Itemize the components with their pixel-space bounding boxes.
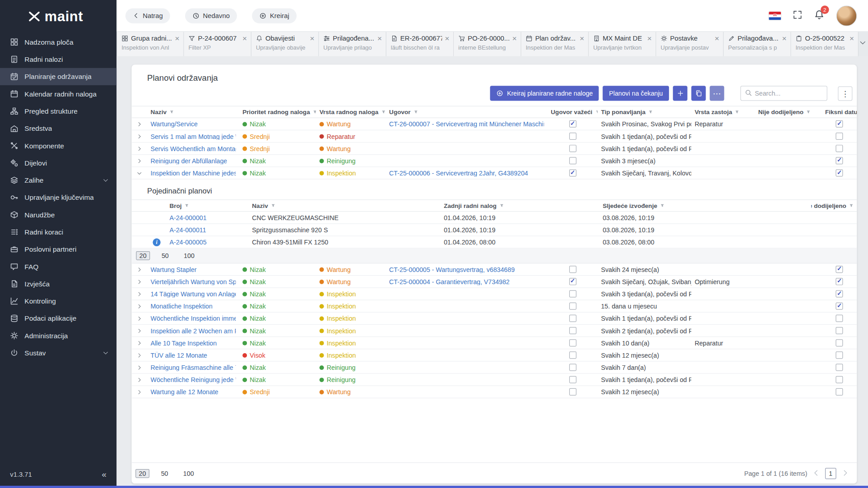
fixed-dates-checkbox[interactable] [836,290,843,297]
create-planned-work-orders-button[interactable]: Kreiraj planirane radne naloge [490,86,599,101]
expand-icon[interactable] [137,170,142,175]
table-row-viertelj-hrlich-wartung-von-span[interactable]: Vierteljährlich Wartung von Span... Niza… [131,276,857,288]
table-row-servis-w-chentlich-am-montag[interactable]: Servis Wöchentlich am Montag Srednji War… [131,143,857,155]
contract-valid-checkbox[interactable] [569,266,576,273]
contract-link[interactable]: CT-25-000004 - Garantievertrag, V734982 [389,278,510,285]
plan-name-link[interactable]: Servis Wöchentlich am Montag [150,145,236,152]
table-row-servis-1-mal-am-motnag-jede-wo[interactable]: Servis 1 mal am Motnag jede Wo... Srednj… [131,130,857,143]
fixed-dates-checkbox[interactable] [836,351,843,359]
contract-valid-checkbox[interactable] [569,145,576,152]
expand-icon[interactable] [137,146,142,151]
expand-icon[interactable] [137,279,142,284]
col-ugovor[interactable]: Ugovor [389,109,411,115]
contract-valid-checkbox[interactable] [569,157,576,164]
filter-icon[interactable] [185,203,189,208]
table-row-wartung-service[interactable]: Wartung/Service Nizak Wartung CT-26-0000… [131,118,857,130]
contract-valid-checkbox[interactable] [569,290,576,297]
sidebar-item-administracija[interactable]: Administracija [0,327,116,344]
close-icon[interactable]: × [512,35,517,42]
back-button[interactable]: Natrag [125,8,170,23]
expand-icon[interactable] [137,134,142,139]
plan-name-link[interactable]: Wartung Stapler [150,266,196,273]
fixed-dates-checkbox[interactable] [836,339,843,346]
copy-button[interactable] [692,86,706,101]
filter-icon[interactable] [313,110,316,114]
recent-button[interactable]: Nedavno [185,8,237,23]
close-icon[interactable]: × [175,35,180,42]
sidebar-item-podaci-aplikacije[interactable]: Podaci aplikacije [0,310,116,327]
contract-valid-checkbox[interactable] [569,351,576,359]
fixed-dates-checkbox[interactable] [836,364,843,371]
sidebar-item-dijelovi[interactable]: Dijelovi [0,154,116,171]
table-row-inspektion-der-maschine-jedes-q[interactable]: Inspektion der Maschine jedes Q... Nizak… [131,167,857,180]
filter-icon[interactable] [499,203,504,208]
filter-icon[interactable] [381,110,385,114]
table-row-t-v-alle-12-monate[interactable]: TÜV alle 12 Monate Visok Inspektion Svak… [131,349,857,361]
expand-icon[interactable] [137,328,142,333]
contract-link[interactable]: CT-25-000005 - Wartungsvertrag, v6834689 [389,266,515,273]
subcol-nije-dodijeljeno[interactable]: Nije dodijeljeno [811,202,846,209]
plan-name-link[interactable]: Wöchentliche Inspektion immer ... [150,315,236,322]
tab-er-26-000677[interactable]: ER-26-000677 × läuft bisschen öl ra [386,32,454,56]
close-icon[interactable]: × [310,35,314,42]
close-icon[interactable]: × [647,35,652,42]
expand-icon[interactable] [137,340,142,345]
tab-p-24-000607[interactable]: P-24-000607 × Filter XP [184,32,251,56]
plan-name-link[interactable]: Wöchentliche Reinigung jede Wo... [150,376,236,383]
plan-name-link[interactable]: Reinigung der Abfüllanlage [150,157,227,164]
plan-name-link[interactable]: TÜV alle 12 Monate [150,352,207,359]
plan-name-link[interactable]: Wartung alle 12 Monate [150,388,218,395]
sidebar-item-kalendar-radnih-naloga[interactable]: Kalendar radnih naloga [0,85,116,102]
col-nije-dodijeljeno[interactable]: Nije dodijeljeno [758,109,803,115]
table-row-alle-10-tage-inspektion[interactable]: Alle 10 Tage Inspektion Nizak Inspektion… [131,337,857,349]
close-icon[interactable]: × [715,35,719,42]
fixed-dates-checkbox[interactable] [836,157,843,164]
info-icon[interactable]: i [153,238,160,246]
close-icon[interactable]: × [242,35,247,42]
contract-valid-checkbox[interactable] [569,315,576,322]
plan-name-link[interactable]: Monatliche Inspektion [150,303,212,309]
expand-icon[interactable] [137,316,142,321]
sidebar-item-radni-nalozi[interactable]: Radni nalozi [0,51,116,68]
expand-icon[interactable] [137,158,142,163]
avatar[interactable] [836,5,857,26]
sidebar-item-radni-koraci[interactable]: Radni koraci [0,223,116,240]
tab-plan-odr-av[interactable]: Plan održav... × Inspektion der Mas [521,32,589,56]
contract-valid-checkbox[interactable] [569,120,576,128]
table-row-w-chentliche-inspektion-immer[interactable]: Wöchentliche Inspektion immer ... Nizak … [131,313,857,325]
close-icon[interactable]: × [445,35,449,42]
sidebar-item-faq[interactable]: FAQ [0,258,116,275]
plan-name-link[interactable]: Wartung/Service [150,120,197,127]
table-row-w-chentliche-reinigung-jede-wo[interactable]: Wöchentliche Reinigung jede Wo... Nizak … [131,374,857,386]
individual-plan-row-a-24-000001[interactable]: i A-24-000001 CNC WERKZEUGMASCHINE 01.04… [131,212,857,224]
search-input[interactable] [755,90,823,97]
close-icon[interactable]: × [782,35,787,42]
subcol-zadnji[interactable]: Zadnji radni nalog [444,202,497,209]
fixed-dates-checkbox[interactable] [836,376,843,383]
expand-icon[interactable] [137,121,142,127]
plan-number-link[interactable]: A-24-000001 [169,214,206,221]
plan-number-link[interactable]: A-24-000011 [169,226,206,233]
sidebar-item-zalihe[interactable]: Zalihe [0,171,116,189]
column-menu-button[interactable]: ⋮ [838,86,852,101]
col-vrsta[interactable]: Vrsta radnog naloga [320,109,379,115]
table-row-reinigung-fr-smaschine-alle-7-t[interactable]: Reinigung Fräsmaschine alle 7 T... Nizak… [131,362,857,374]
fixed-dates-checkbox[interactable] [836,388,843,396]
contract-valid-checkbox[interactable] [569,278,576,285]
sidebar-item-nadzorna-plo-a[interactable]: Nadzorna ploča [0,33,116,51]
col-vrsta-zastoja[interactable]: Vrsta zastoja [695,109,732,115]
contract-valid-checkbox[interactable] [569,303,576,310]
close-icon[interactable]: × [377,35,382,42]
sidebar-item-upravljanje-klju-evima[interactable]: Upravljanje ključevima [0,189,116,206]
tab-grupa-radni[interactable]: Grupa radni... × Inspektion von Anl [116,32,184,56]
current-page-button[interactable]: 1 [825,468,836,479]
fixed-dates-checkbox[interactable] [836,266,843,273]
page-size-option-20[interactable]: 20 [135,469,149,478]
expand-icon[interactable] [137,377,142,382]
page-size-option-50[interactable]: 50 [158,469,172,478]
filter-icon[interactable] [806,110,811,114]
individual-plan-row-a-24-000011[interactable]: i A-24-000011 Spritzgussmaschine 920 S 0… [131,224,857,236]
page-size-option-100[interactable]: 100 [181,251,198,260]
tab-obavijesti[interactable]: Obavijesti × Upravljanje obavije [251,32,319,56]
contract-valid-checkbox[interactable] [569,169,576,176]
